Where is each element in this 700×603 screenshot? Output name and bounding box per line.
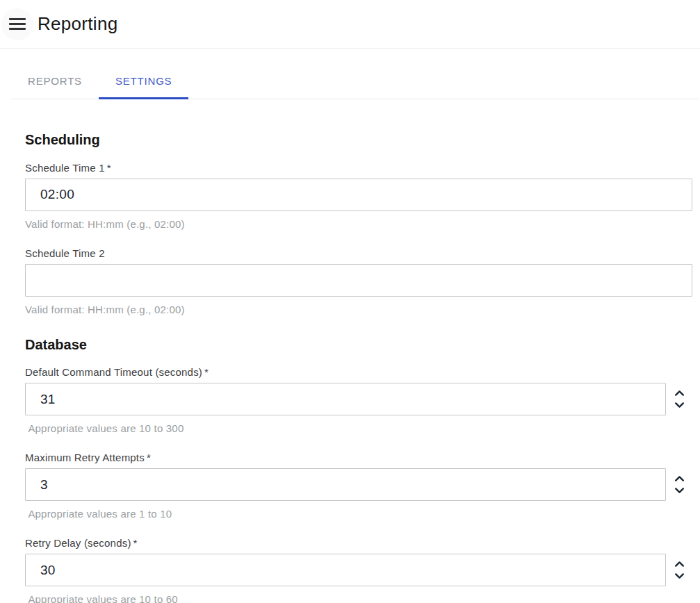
increment-button[interactable] (672, 560, 686, 568)
field-label: Schedule Time 1* (25, 161, 692, 175)
chevron-down-icon (674, 487, 685, 494)
field-label-text: Maximum Retry Attempts (25, 452, 145, 463)
increment-button[interactable] (672, 474, 686, 483)
field-input[interactable] (25, 264, 692, 297)
section-fields: Default Command Timeout (seconds)* Appro… (25, 365, 692, 603)
field-label-text: Schedule Time 2 (25, 247, 105, 259)
form-field: Maximum Retry Attempts* Appropriate valu… (25, 451, 692, 521)
chevron-up-icon (674, 390, 685, 397)
form-field: Default Command Timeout (seconds)* Appro… (25, 365, 692, 436)
field-input[interactable] (25, 554, 666, 586)
settings-form: Scheduling Schedule Time 1* Valid format… (0, 130, 700, 603)
tab-settings[interactable]: SETTINGS (99, 63, 188, 99)
decrement-button[interactable] (672, 401, 686, 409)
section-fields: Schedule Time 1* Valid format: HH:mm (e.… (25, 161, 692, 317)
chevron-up-icon (674, 561, 685, 568)
field-hint: Appropriate values are 10 to 60 (25, 593, 692, 603)
tab-reports-label: REPORTS (28, 75, 82, 87)
number-spinner (666, 389, 692, 409)
field-input[interactable] (25, 179, 692, 211)
settings-section: Scheduling Schedule Time 1* Valid format… (25, 130, 692, 317)
form-field: Schedule Time 1* Valid format: HH:mm (e.… (25, 161, 692, 231)
field-input[interactable] (25, 468, 666, 501)
form-field: Schedule Time 2 Valid format: HH:mm (e.g… (25, 247, 692, 317)
increment-button[interactable] (672, 389, 686, 397)
field-label-text: Default Command Timeout (seconds) (25, 366, 202, 378)
field-hint: Valid format: HH:mm (e.g., 02:00) (25, 303, 692, 317)
form-field: Retry Delay (seconds)* Appropriate value… (25, 536, 692, 603)
decrement-button[interactable] (672, 572, 686, 580)
active-tab-indicator (99, 97, 188, 99)
number-spinner (666, 560, 692, 580)
field-label-text: Retry Delay (seconds) (25, 537, 131, 549)
section-title: Scheduling (25, 130, 692, 149)
field-hint: Valid format: HH:mm (e.g., 02:00) (25, 217, 692, 231)
section-title: Database (25, 335, 692, 354)
hamburger-icon (9, 18, 26, 30)
number-spinner (666, 474, 692, 495)
required-asterisk: * (107, 162, 111, 174)
chevron-down-icon (674, 572, 685, 579)
field-label-text: Schedule Time 1 (25, 162, 105, 174)
required-asterisk: * (147, 452, 151, 463)
required-asterisk: * (133, 537, 138, 549)
field-hint: Appropriate values are 10 to 300 (25, 422, 692, 436)
tab-reports[interactable]: REPORTS (11, 63, 99, 99)
field-hint: Appropriate values are 1 to 10 (25, 507, 692, 521)
field-label: Schedule Time 2 (25, 247, 692, 261)
settings-section: Database Default Command Timeout (second… (25, 335, 692, 603)
field-label: Default Command Timeout (seconds)* (25, 365, 692, 379)
decrement-button[interactable] (672, 486, 686, 495)
field-label: Maximum Retry Attempts* (25, 451, 692, 465)
chevron-up-icon (674, 475, 685, 482)
tab-bar: REPORTS SETTINGS (11, 49, 699, 99)
app-header: Reporting (0, 0, 700, 49)
menu-button[interactable] (1, 8, 33, 40)
page-title: Reporting (38, 13, 117, 35)
field-input[interactable] (25, 383, 666, 415)
tab-settings-label: SETTINGS (115, 75, 172, 87)
chevron-down-icon (674, 402, 685, 408)
required-asterisk: * (204, 366, 209, 378)
field-label: Retry Delay (seconds)* (25, 536, 692, 550)
